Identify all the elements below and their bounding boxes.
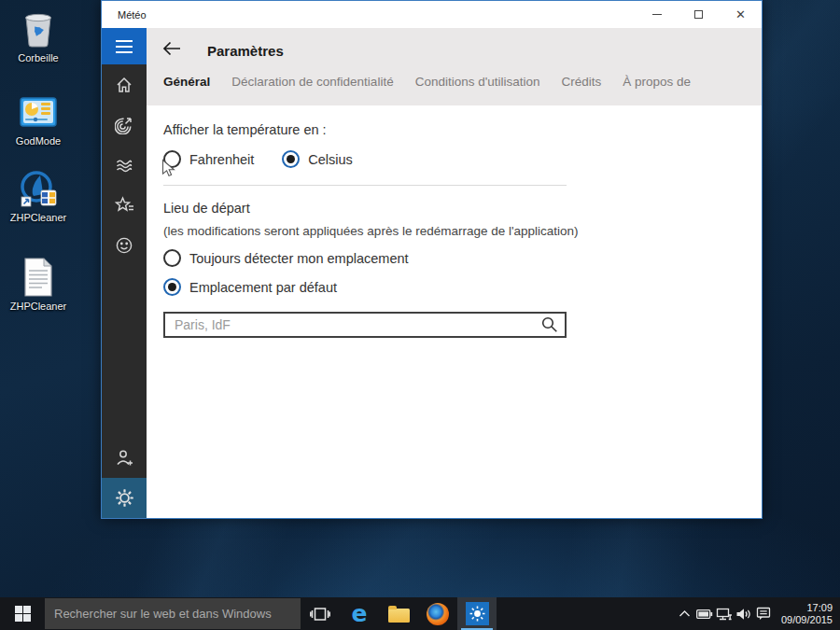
volume-icon (735, 608, 751, 621)
desktop-icon-label: GodMode (0, 135, 77, 147)
task-view-button[interactable] (301, 597, 340, 630)
close-button[interactable]: ✕ (720, 1, 762, 28)
action-center-button[interactable] (753, 597, 773, 630)
maximize-button[interactable] (678, 1, 720, 28)
sidebar-item-signin[interactable] (102, 438, 147, 478)
edge-button[interactable]: e (340, 597, 379, 630)
section-divider (163, 185, 567, 186)
godmode-icon (0, 92, 77, 132)
clock-time: 17:09 (806, 602, 833, 614)
weather-app-window: Météo ✕ (101, 0, 763, 519)
settings-header: Paramètres Général Déclaration de confid… (147, 28, 762, 105)
maps-radar-icon (115, 116, 133, 134)
task-view-icon (310, 607, 330, 622)
back-button[interactable] (161, 40, 182, 61)
close-icon: ✕ (735, 8, 746, 21)
file-explorer-button[interactable] (379, 597, 418, 630)
sidebar-item-feedback[interactable] (102, 225, 147, 265)
radio-fahrenheit-label: Fahrenheit (189, 152, 254, 167)
hamburger-menu-button[interactable] (102, 28, 147, 64)
desktop-icon-label: ZHPCleaner (0, 212, 77, 223)
location-section-note: (les modifications seront appliquées apr… (163, 224, 762, 238)
radio-celsius[interactable]: Celsius (282, 150, 353, 168)
radio-default-location[interactable]: Emplacement par défaut (163, 278, 762, 296)
places-star-icon (115, 196, 134, 215)
radio-default-location-label: Emplacement par défaut (189, 280, 337, 295)
titlebar[interactable]: Météo ✕ (102, 1, 762, 28)
page-title: Paramètres (207, 43, 284, 59)
sidebar-item-historical-weather[interactable] (102, 145, 147, 185)
app-main: Paramètres Général Déclaration de confid… (147, 28, 762, 518)
taskbar-search-input[interactable] (45, 607, 301, 621)
settings-tabs: Général Déclaration de confidentialité C… (163, 75, 762, 89)
taskbar-clock[interactable]: 17:09 09/09/2015 (773, 597, 840, 630)
radio-detect-location-circle[interactable] (163, 249, 181, 267)
sidebar-item-places[interactable] (102, 185, 147, 225)
app-sidebar (102, 28, 147, 518)
zhpcleaner-app-icon (0, 169, 77, 208)
radio-detect-location-label: Toujours détecter mon emplacement (189, 251, 409, 266)
desktop-icon-corbeille[interactable]: Corbeille (0, 9, 77, 63)
desktop-icon-label: ZHPCleaner (0, 301, 77, 312)
action-center-icon (756, 607, 771, 621)
sidebar-item-home[interactable] (102, 64, 147, 105)
desktop-icon-zhpcleaner-doc[interactable]: ZHPCleaner (0, 258, 77, 312)
recycle-bin-icon (0, 9, 77, 49)
firefox-icon (427, 603, 449, 625)
back-arrow-icon (161, 40, 182, 57)
temperature-section-label: Afficher la température en : (163, 122, 762, 137)
minimize-button[interactable] (636, 1, 678, 28)
radio-celsius-circle[interactable] (282, 150, 300, 168)
location-search-input[interactable] (163, 312, 567, 338)
tab-privacy[interactable]: Déclaration de confidentialité (231, 75, 393, 89)
search-icon[interactable] (541, 316, 558, 337)
radio-detect-location[interactable]: Toujours détecter mon emplacement (163, 249, 762, 267)
settings-content: Afficher la température en : Fahrenheit … (147, 105, 762, 518)
tab-credits[interactable]: Crédits (562, 75, 602, 89)
edge-icon: e (352, 602, 368, 625)
hamburger-menu-icon (116, 40, 133, 53)
signin-person-icon (115, 448, 134, 468)
taskbar: e (0, 597, 840, 630)
sidebar-spacer (102, 265, 147, 438)
location-section-label: Lieu de départ (163, 201, 762, 216)
tray-expand-button[interactable] (675, 597, 694, 630)
firefox-button[interactable] (418, 597, 457, 630)
tab-about[interactable]: À propos de (623, 75, 691, 89)
settings-gear-icon (115, 488, 134, 508)
tab-general[interactable]: Général (163, 75, 210, 89)
taskbar-search[interactable] (45, 598, 301, 629)
radio-celsius-label: Celsius (308, 152, 353, 167)
desktop-icon-godmode[interactable]: GodMode (0, 92, 77, 147)
clock-date: 09/09/2015 (781, 614, 833, 626)
tab-terms[interactable]: Conditions d'utilisation (415, 75, 540, 89)
battery-icon (696, 609, 713, 620)
taskbar-spacer (497, 597, 675, 630)
sidebar-item-maps[interactable] (102, 105, 147, 145)
file-explorer-icon (388, 609, 410, 623)
zhpcleaner-document-icon (0, 258, 77, 297)
window-title: Météo (102, 9, 636, 21)
battery-button[interactable] (694, 597, 714, 630)
feedback-smiley-icon (115, 236, 133, 255)
sidebar-item-settings[interactable] (102, 478, 147, 518)
network-button[interactable] (714, 597, 734, 630)
desktop-icon-zhpcleaner-app[interactable]: ZHPCleaner (0, 169, 77, 223)
weather-app-icon (466, 602, 489, 625)
network-icon (716, 608, 733, 621)
weather-app-button[interactable] (457, 597, 497, 630)
maximize-icon (694, 10, 703, 19)
volume-button[interactable] (734, 597, 753, 630)
radio-fahrenheit-circle[interactable] (163, 150, 181, 168)
radio-default-location-circle[interactable] (163, 278, 181, 296)
radio-fahrenheit[interactable]: Fahrenheit (163, 150, 254, 168)
start-icon (15, 606, 31, 622)
minimize-icon (652, 14, 662, 15)
start-button[interactable] (0, 597, 45, 630)
tray-chevron-icon (679, 609, 691, 618)
home-icon (115, 76, 133, 94)
desktop-icon-label: Corbeille (0, 52, 77, 63)
historical-weather-icon (115, 156, 133, 175)
